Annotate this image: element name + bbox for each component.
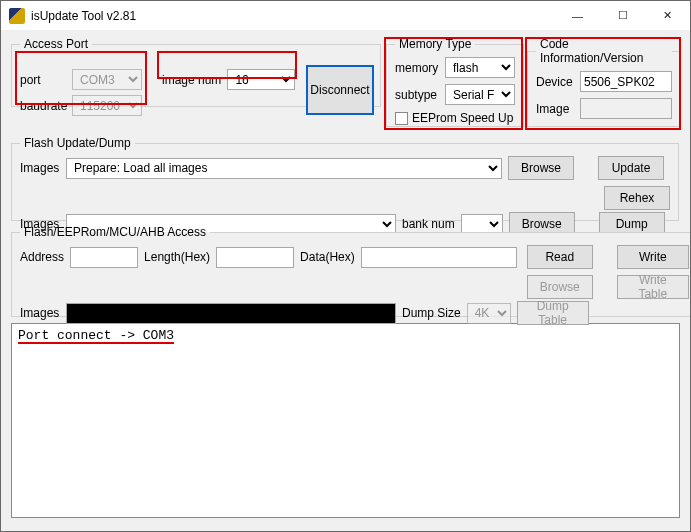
data-label: Data(Hex) [300,250,355,264]
log-console[interactable]: Port connect -> COM3 [11,323,680,518]
maximize-button[interactable]: ☐ [600,1,645,31]
log-line: Port connect -> COM3 [18,328,174,343]
write-button[interactable]: Write [617,245,689,269]
flash-update-group: Flash Update/Dump Images Prepare: Load a… [11,136,679,221]
image-field[interactable] [580,98,672,119]
baudrate-label: baudrate [20,99,66,113]
device-field[interactable] [580,71,672,92]
access-port-legend: Access Port [20,37,92,51]
memory-select[interactable]: flash [445,57,515,78]
images3-select[interactable] [66,303,396,324]
update-button[interactable]: Update [598,156,664,180]
browse1-button[interactable]: Browse [508,156,574,180]
close-button[interactable]: ✕ [645,1,690,31]
length-label: Length(Hex) [144,250,210,264]
rehex-button[interactable]: Rehex [604,186,670,210]
eeprom-speedup-checkbox[interactable]: EEProm Speed Up [395,111,513,125]
window-title: isUpdate Tool v2.81 [31,9,136,23]
checkbox-icon [395,112,408,125]
flash-update-legend: Flash Update/Dump [20,136,135,150]
image-num-select[interactable]: 16 [227,69,295,90]
code-info-group: Code Information/Version Device Image [527,37,681,127]
flash-access-legend: Flash/EEPRom/MCU/AHB Access [20,225,210,239]
access-port-group: Access Port port COM3 baudrate 115200 im… [11,37,381,107]
baudrate-select[interactable]: 115200 [72,95,142,116]
dump-size-label: Dump Size [402,306,461,320]
flash-access-group: Flash/EEPRom/MCU/AHB Access Address Leng… [11,225,691,317]
images3-label: Images [20,306,60,320]
device-label: Device [536,75,574,89]
eeprom-speedup-label: EEProm Speed Up [412,111,513,125]
port-label: port [20,73,66,87]
image-label: Image [536,102,574,116]
dump-size-select[interactable]: 4K [467,303,511,324]
address-field[interactable] [70,247,138,268]
disconnect-button[interactable]: Disconnect [306,65,374,115]
data-field[interactable] [361,247,517,268]
code-info-legend: Code Information/Version [536,37,672,65]
address-label: Address [20,250,64,264]
images1-select[interactable]: Prepare: Load all images [66,158,502,179]
read-button[interactable]: Read [527,245,593,269]
browse3-button[interactable]: Browse [527,275,593,299]
dump-table-button[interactable]: Dump Table [517,301,589,325]
images1-label: Images [20,161,60,175]
memory-type-group: Memory Type memory flash subtype Serial … [386,37,524,127]
length-field[interactable] [216,247,294,268]
port-select[interactable]: COM3 [72,69,142,90]
memory-label: memory [395,61,439,75]
memory-type-legend: Memory Type [395,37,475,51]
titlebar: isUpdate Tool v2.81 ― ☐ ✕ [1,1,690,31]
image-num-label: image num [162,73,221,87]
minimize-button[interactable]: ― [555,1,600,31]
write-table-button[interactable]: Write Table [617,275,689,299]
subtype-label: subtype [395,88,439,102]
subtype-select[interactable]: Serial Flash [445,84,515,105]
app-icon [9,8,25,24]
